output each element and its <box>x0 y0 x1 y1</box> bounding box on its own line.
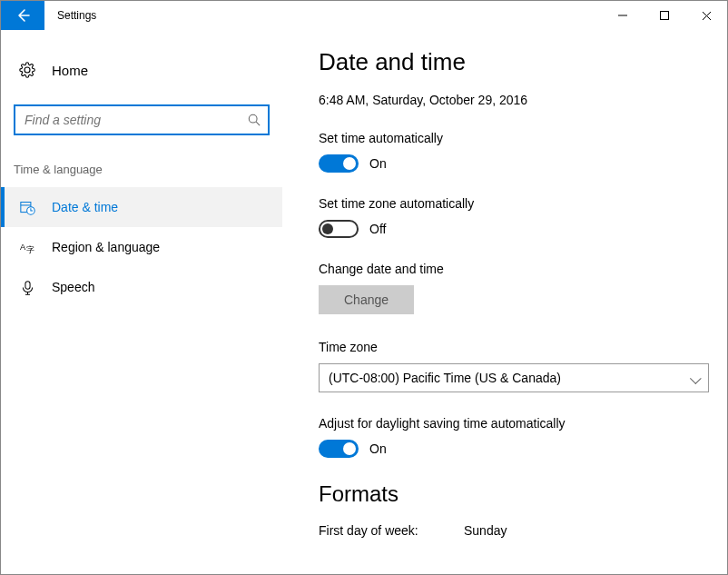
minimize-button[interactable] <box>602 1 644 30</box>
set-time-auto-state: On <box>369 156 387 171</box>
svg-line-5 <box>256 122 260 125</box>
content[interactable]: Date and time 6:48 AM, Saturday, October… <box>282 30 727 574</box>
set-time-auto-toggle[interactable] <box>319 154 359 173</box>
close-button[interactable] <box>685 1 727 30</box>
set-tz-auto-state: Off <box>369 222 386 236</box>
app-title: Settings <box>44 1 602 30</box>
sidebar: Home Time & language Date & time A字 Regi… <box>1 30 282 574</box>
maximize-button[interactable] <box>644 1 685 30</box>
current-datetime: 6:48 AM, Saturday, October 29, 2016 <box>319 93 691 107</box>
window-controls <box>602 1 727 30</box>
set-tz-auto-toggle[interactable] <box>319 220 359 238</box>
back-button[interactable] <box>1 1 44 30</box>
change-datetime-label: Change date and time <box>319 262 691 276</box>
set-time-auto-label: Set time automatically <box>319 131 691 145</box>
dst-toggle[interactable] <box>319 440 359 458</box>
search-wrap <box>14 104 270 135</box>
microphone-icon <box>19 280 35 295</box>
language-icon: A字 <box>19 240 35 255</box>
dst-label: Adjust for daylight saving time automati… <box>319 416 691 431</box>
calendar-clock-icon <box>19 200 35 215</box>
set-tz-auto-label: Set time zone automatically <box>319 196 691 211</box>
first-day-value: Sunday <box>464 523 507 538</box>
search-icon <box>241 114 268 126</box>
change-button: Change <box>319 285 414 314</box>
timezone-label: Time zone <box>319 340 691 354</box>
close-icon <box>702 11 712 21</box>
sidebar-home-label: Home <box>52 63 88 78</box>
titlebar: Settings <box>1 1 727 30</box>
dst-state: On <box>369 441 387 456</box>
sidebar-home[interactable]: Home <box>1 52 282 88</box>
svg-rect-1 <box>661 12 669 20</box>
sidebar-group-label: Time & language <box>1 152 282 187</box>
sidebar-item-label: Region & language <box>52 240 160 254</box>
sidebar-item-region-language[interactable]: A字 Region & language <box>1 227 282 267</box>
first-day-label: First day of week: <box>319 523 464 538</box>
arrow-left-icon <box>15 7 31 24</box>
minimize-icon <box>618 11 627 20</box>
timezone-select[interactable]: (UTC-08:00) Pacific Time (US & Canada) <box>319 363 709 392</box>
sidebar-item-date-time[interactable]: Date & time <box>1 187 282 227</box>
sidebar-item-label: Speech <box>52 280 94 294</box>
svg-rect-11 <box>25 281 29 289</box>
maximize-icon <box>660 11 669 20</box>
search-input[interactable] <box>15 106 241 134</box>
timezone-value: (UTC-08:00) Pacific Time (US & Canada) <box>329 371 561 385</box>
svg-point-4 <box>249 114 257 123</box>
page-heading: Date and time <box>319 48 691 76</box>
svg-text:字: 字 <box>25 245 34 254</box>
formats-heading: Formats <box>319 481 691 507</box>
format-row-first-day: First day of week: Sunday <box>319 523 691 538</box>
search-box[interactable] <box>14 104 270 135</box>
sidebar-item-speech[interactable]: Speech <box>1 267 282 307</box>
sidebar-item-label: Date & time <box>52 200 118 214</box>
gear-icon <box>19 62 35 78</box>
